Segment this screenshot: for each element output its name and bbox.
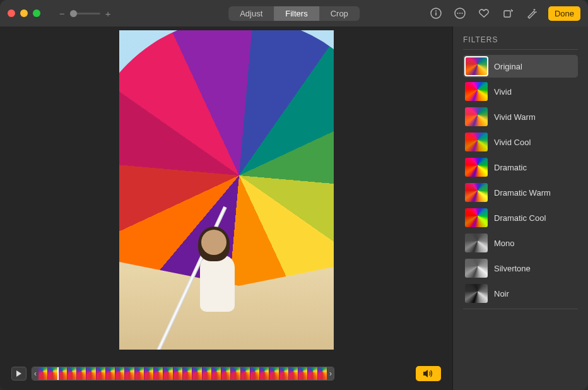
zoom-in-icon: + [105,8,111,19]
sidebar-title: FILTERS [463,35,578,44]
photo-preview [119,30,334,350]
filter-label: Silvertone [494,264,531,273]
divider [463,309,578,309]
volume-button[interactable] [416,366,441,381]
filter-list: OriginalVividVivid WarmVivid CoolDramati… [463,55,578,305]
zoom-track[interactable] [70,13,100,15]
filter-item-dramcool[interactable]: Dramatic Cool [463,206,578,229]
svg-point-6 [461,13,462,14]
rotate-icon[interactable] [500,6,515,21]
filter-item-original[interactable]: Original [463,55,578,78]
filter-label: Dramatic Cool [494,213,546,223]
tab-filters[interactable]: Filters [274,6,319,21]
auto-enhance-icon[interactable] [524,6,539,21]
done-button[interactable]: Done [548,6,580,21]
filter-label: Mono [494,239,515,248]
trim-end-handle[interactable]: › [327,367,334,380]
svg-rect-7 [504,11,510,17]
filter-thumbnail [465,259,488,278]
tab-adjust[interactable]: Adjust [228,6,274,21]
filters-sidebar: FILTERS OriginalVividVivid WarmVivid Coo… [452,27,588,390]
svg-point-5 [459,13,461,14]
close-window-button[interactable] [8,9,15,17]
favorite-icon[interactable] [476,6,491,21]
filter-thumbnail [465,133,488,151]
filter-label: Original [494,62,522,71]
window-controls [8,9,40,17]
trim-start-handle[interactable]: ‹ [32,367,38,380]
filter-label: Noir [494,289,509,298]
filter-label: Dramatic [494,163,527,172]
info-icon[interactable] [428,6,444,21]
edit-mode-tabs: Adjust Filters Crop [228,6,360,21]
zoom-thumb[interactable] [70,10,77,17]
filter-thumbnail [465,158,488,177]
filter-label: Vivid Warm [494,112,536,122]
filter-item-cool[interactable]: Vivid Cool [463,131,578,153]
filter-thumbnail [465,233,488,252]
filter-item-dramatic[interactable]: Dramatic [463,156,578,179]
canvas-area: ‹ › [0,27,452,390]
toolbar-right: Done [428,6,580,21]
filter-item-vivid[interactable]: Vivid [463,80,578,103]
maximize-window-button[interactable] [33,9,40,17]
filter-thumbnail [465,183,488,202]
main: ‹ › FILTERS OriginalVividVivid WarmVivid… [0,27,588,390]
filter-thumbnail [465,82,488,101]
filter-label: Vivid Cool [494,138,531,147]
svg-point-1 [435,10,437,11]
video-timeline-row: ‹ › [0,366,452,381]
titlebar: − + Adjust Filters Crop Done [0,0,588,27]
more-icon[interactable] [452,6,467,21]
divider [463,49,578,50]
video-timeline[interactable]: ‹ › [32,367,334,381]
filter-thumbnail [465,107,488,126]
filter-item-mono[interactable]: Mono [463,232,578,254]
minimize-window-button[interactable] [20,9,28,17]
filter-thumbnail [465,284,488,303]
svg-rect-2 [435,13,437,16]
filter-item-warm[interactable]: Vivid Warm [463,105,578,128]
filter-label: Vivid [494,87,512,97]
filter-item-noir[interactable]: Noir [463,282,578,305]
filter-thumbnail [465,57,488,76]
svg-point-4 [457,13,458,14]
timeline-frames[interactable] [38,367,327,380]
filter-item-silver[interactable]: Silvertone [463,257,578,280]
filter-thumbnail [465,208,488,227]
zoom-slider[interactable]: − + [59,8,111,19]
zoom-out-icon: − [59,8,65,19]
tab-crop[interactable]: Crop [319,6,360,21]
play-button[interactable] [11,367,26,381]
filter-label: Dramatic Warm [494,188,551,198]
filter-item-dramwarm[interactable]: Dramatic Warm [463,181,578,204]
playhead[interactable] [57,367,59,381]
